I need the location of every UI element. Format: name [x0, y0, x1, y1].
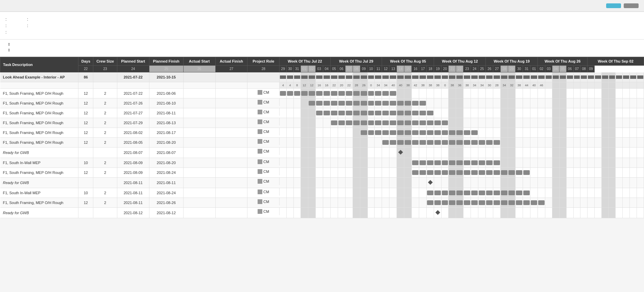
detail-rows-control[interactable]: ⇕ [5, 42, 639, 47]
gantt-cell [538, 98, 545, 108]
gantt-cell [523, 89, 530, 98]
summary-gantt-bar [287, 75, 293, 79]
gantt-cell [493, 168, 501, 178]
sub-number-cell: 34 [501, 82, 508, 89]
gantt-cell [516, 168, 523, 178]
gantt-cell [280, 158, 287, 168]
gantt-cell [323, 118, 330, 128]
gantt-cell [397, 118, 404, 128]
task-gantt-bar [412, 170, 419, 175]
planned-finish-cell: 2021-08-10 [149, 98, 183, 108]
gantt-cell [508, 108, 516, 118]
gantt-cell [404, 128, 412, 138]
gantt-cell [449, 72, 456, 82]
gantt-cell [315, 98, 323, 108]
gantt-cell [471, 108, 478, 118]
gantt-cell [471, 198, 478, 208]
date-col-44: 04 [552, 66, 559, 72]
gantt-cell [389, 72, 397, 82]
gantt-cell [637, 108, 644, 118]
days-cell [78, 208, 93, 218]
gantt-cell [434, 98, 442, 108]
task-gantt-bar [456, 190, 463, 195]
gantt-cell [301, 72, 308, 82]
gantt-cell [478, 128, 486, 138]
task-gantt-bar [405, 101, 411, 106]
date-col-35: 26 [486, 66, 493, 72]
gantt-cell [330, 198, 338, 208]
gantt-cell [301, 128, 308, 138]
summary-gantt-bar [588, 75, 594, 79]
gantt-cell [330, 138, 338, 148]
task-gantt-bar [420, 160, 426, 165]
table-row: Ready for GWB2021-08-122021-08-12 CM [0, 208, 644, 218]
date-col-25: 16 [412, 66, 419, 72]
gantt-cell [463, 148, 471, 158]
week-header: Week Of Thu Aug 12 [434, 57, 486, 66]
planned-finish-cell: 2021-08-12 [149, 208, 183, 218]
gantt-cell [338, 118, 345, 128]
gantt-cell [478, 89, 486, 98]
gantt-cell [573, 108, 580, 118]
gantt-cell [442, 108, 449, 118]
gantt-cell [559, 148, 566, 158]
gantt-cell [315, 148, 323, 158]
week-header: Week Of Thu Aug 05 [382, 57, 434, 66]
planned-start-cell: 2021-08-09 [117, 168, 149, 178]
gantt-cell [360, 118, 367, 128]
sub-number-cell: 28 [353, 82, 360, 89]
gantt-cell [375, 138, 382, 148]
days-cell: 12 [78, 118, 93, 128]
gantt-cell [594, 89, 601, 98]
gantt-cell [308, 148, 315, 158]
gantt-cell [389, 108, 397, 118]
gantt-cell [427, 158, 434, 168]
summary-gantt-bar [456, 75, 463, 79]
gantt-cell [493, 89, 501, 98]
gantt-cell [360, 148, 367, 158]
gantt-cell [501, 148, 508, 158]
gantt-cell [530, 178, 538, 188]
gantt-cell [523, 158, 530, 168]
sub-num-empty [149, 82, 183, 89]
print-button[interactable] [606, 3, 621, 8]
task-gantt-bar [346, 101, 352, 106]
task-gantt-bar [449, 190, 455, 195]
gantt-cell [637, 168, 644, 178]
gantt-cell [601, 128, 609, 138]
task-gantt-bar [405, 130, 411, 135]
gantt-cell [456, 178, 463, 188]
detail-columns-control[interactable]: ⇕ [5, 48, 639, 52]
gantt-cell [397, 138, 404, 148]
gantt-cell [397, 168, 404, 178]
planned-start-cell: 2021-07-29 [117, 118, 149, 128]
date-col-13: 04 [323, 66, 330, 72]
column-header-row: Task DescriptionDaysCrew SizePlanned Sta… [0, 57, 644, 66]
gantt-cell [616, 168, 623, 178]
gantt-cell [530, 148, 538, 158]
gantt-cell [616, 128, 623, 138]
date-col-31: 22 [456, 66, 463, 72]
gantt-cell [382, 108, 389, 118]
task-description-cell: F1, South In-Wall MEP [0, 158, 78, 168]
gantt-cell [345, 108, 353, 118]
gantt-cell [616, 188, 623, 198]
detail-columns-arrows[interactable]: ⇕ [7, 48, 10, 52]
summary-gantt-bar [331, 75, 337, 79]
project-role-cell: CM [247, 98, 279, 106]
gantt-cell [630, 118, 637, 128]
gantt-cell [308, 72, 315, 82]
date-col-11: 02 [308, 66, 315, 72]
gantt-cell [637, 98, 644, 108]
gantt-cell [501, 89, 508, 98]
gantt-cell [508, 138, 516, 148]
gantt-cell [315, 138, 323, 148]
gantt-cell [323, 72, 330, 82]
gantt-cell [330, 89, 338, 98]
gantt-cell [601, 89, 609, 98]
close-button[interactable] [624, 3, 639, 8]
detail-rows-arrows[interactable]: ⇕ [7, 42, 10, 47]
gantt-cell [616, 89, 623, 98]
gantt-cell [493, 158, 501, 168]
gantt-cell [493, 198, 501, 208]
